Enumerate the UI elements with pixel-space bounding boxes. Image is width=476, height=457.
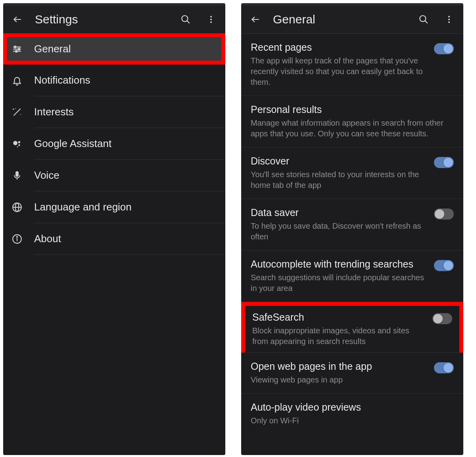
appbar: Settings bbox=[3, 6, 225, 33]
settings-item-assistant[interactable]: Google Assistant bbox=[3, 128, 225, 159]
page-title: General bbox=[273, 13, 406, 26]
settings-item-label: General bbox=[34, 43, 71, 55]
setting-recent-pages[interactable]: Recent pages The app will keep track of … bbox=[241, 34, 463, 96]
setting-personal-results[interactable]: Personal results Manage what information… bbox=[241, 96, 463, 147]
globe-icon bbox=[11, 201, 23, 213]
setting-subtitle: Manage what information appears in searc… bbox=[251, 118, 454, 139]
more-vert-icon bbox=[206, 15, 216, 24]
wand-icon bbox=[11, 106, 23, 118]
settings-item-language[interactable]: Language and region bbox=[3, 191, 225, 223]
svg-point-13 bbox=[18, 141, 20, 143]
toggle-discover[interactable] bbox=[434, 157, 454, 168]
toggle-safesearch[interactable] bbox=[432, 313, 452, 324]
more-button[interactable] bbox=[441, 11, 457, 27]
svg-point-25 bbox=[420, 15, 426, 21]
mic-icon bbox=[11, 170, 23, 182]
settings-item-notifications[interactable]: Notifications bbox=[3, 65, 225, 96]
setting-autocomplete-trending[interactable]: Autocomplete with trending searches Sear… bbox=[241, 250, 463, 302]
info-icon bbox=[11, 233, 23, 245]
setting-title: Auto-play video previews bbox=[251, 402, 454, 413]
settings-item-label: About bbox=[34, 233, 61, 245]
settings-item-label: Interests bbox=[34, 106, 74, 118]
settings-item-label: Language and region bbox=[34, 201, 132, 213]
setting-title: Open web pages in the app bbox=[251, 361, 428, 372]
assistant-icon bbox=[11, 138, 23, 150]
back-button[interactable] bbox=[248, 11, 263, 27]
setting-title: Autocomplete with trending searches bbox=[251, 258, 428, 270]
setting-title: Personal results bbox=[251, 104, 454, 115]
svg-point-4 bbox=[210, 19, 212, 20]
setting-subtitle: You'll see stories related to your inter… bbox=[251, 169, 428, 191]
page-title: Settings bbox=[35, 13, 168, 26]
svg-point-14 bbox=[18, 144, 20, 146]
svg-point-12 bbox=[13, 141, 17, 145]
search-icon bbox=[418, 14, 429, 25]
svg-point-27 bbox=[448, 16, 450, 17]
general-screen: General Recent pages The app will keep t… bbox=[241, 3, 463, 455]
setting-title: Discover bbox=[251, 155, 428, 167]
settings-list: General Notifications Interests Google A… bbox=[3, 33, 225, 255]
setting-data-saver[interactable]: Data saver To help you save data, Discov… bbox=[241, 199, 463, 250]
settings-item-general[interactable]: General bbox=[3, 33, 225, 65]
bell-icon bbox=[11, 75, 23, 86]
setting-discover[interactable]: Discover You'll see stories related to y… bbox=[241, 147, 463, 199]
settings-item-about[interactable]: About bbox=[3, 223, 225, 254]
svg-rect-11 bbox=[16, 50, 17, 52]
settings-item-interests[interactable]: Interests bbox=[3, 96, 225, 128]
settings-item-label: Google Assistant bbox=[34, 138, 111, 150]
setting-subtitle: Search suggestions will include popular … bbox=[251, 272, 428, 294]
toggle-data-saver[interactable] bbox=[434, 208, 454, 220]
setting-title: Data saver bbox=[251, 207, 428, 218]
setting-subtitle: Block inappropriate images, videos and s… bbox=[252, 325, 426, 347]
more-button[interactable] bbox=[203, 11, 219, 27]
svg-line-2 bbox=[187, 21, 190, 23]
setting-subtitle: Viewing web pages in app bbox=[251, 375, 428, 385]
setting-open-web-pages[interactable]: Open web pages in the app Viewing web pa… bbox=[241, 353, 463, 394]
back-button[interactable] bbox=[10, 11, 25, 27]
search-icon bbox=[180, 14, 191, 25]
svg-point-15 bbox=[17, 146, 18, 147]
setting-safesearch[interactable]: SafeSearch Block inappropriate images, v… bbox=[241, 302, 463, 353]
toggle-open-web-pages[interactable] bbox=[434, 362, 454, 373]
svg-point-28 bbox=[448, 19, 450, 20]
settings-item-voice[interactable]: Voice bbox=[3, 160, 225, 191]
search-button[interactable] bbox=[416, 11, 432, 27]
setting-subtitle: The app will keep track of the pages tha… bbox=[251, 55, 428, 88]
search-button[interactable] bbox=[178, 11, 194, 27]
settings-item-label: Voice bbox=[34, 169, 60, 182]
general-list: Recent pages The app will keep track of … bbox=[241, 34, 463, 434]
svg-point-23 bbox=[17, 236, 17, 237]
setting-autoplay-previews[interactable]: Auto-play video previews Only on Wi-Fi bbox=[241, 394, 463, 434]
svg-rect-9 bbox=[15, 46, 16, 48]
appbar: General bbox=[241, 6, 463, 33]
settings-item-label: Notifications bbox=[34, 74, 90, 86]
svg-rect-16 bbox=[16, 172, 18, 176]
arrow-left-icon bbox=[12, 14, 23, 25]
more-vert-icon bbox=[444, 15, 454, 24]
svg-point-1 bbox=[182, 15, 188, 21]
arrow-left-icon bbox=[250, 14, 261, 25]
svg-point-3 bbox=[210, 16, 212, 17]
toggle-recent-pages[interactable] bbox=[434, 43, 454, 54]
svg-point-5 bbox=[210, 21, 212, 23]
setting-title: SafeSearch bbox=[252, 312, 426, 323]
svg-rect-10 bbox=[18, 48, 19, 50]
svg-point-29 bbox=[448, 21, 450, 23]
toggle-autocomplete-trending[interactable] bbox=[434, 260, 454, 271]
setting-subtitle: Only on Wi-Fi bbox=[251, 415, 454, 426]
setting-title: Recent pages bbox=[251, 42, 428, 53]
sliders-icon bbox=[11, 43, 23, 55]
setting-subtitle: To help you save data, Discover won't re… bbox=[251, 221, 428, 242]
settings-screen: Settings General Notifications Interest bbox=[3, 3, 225, 455]
svg-line-26 bbox=[425, 21, 428, 23]
